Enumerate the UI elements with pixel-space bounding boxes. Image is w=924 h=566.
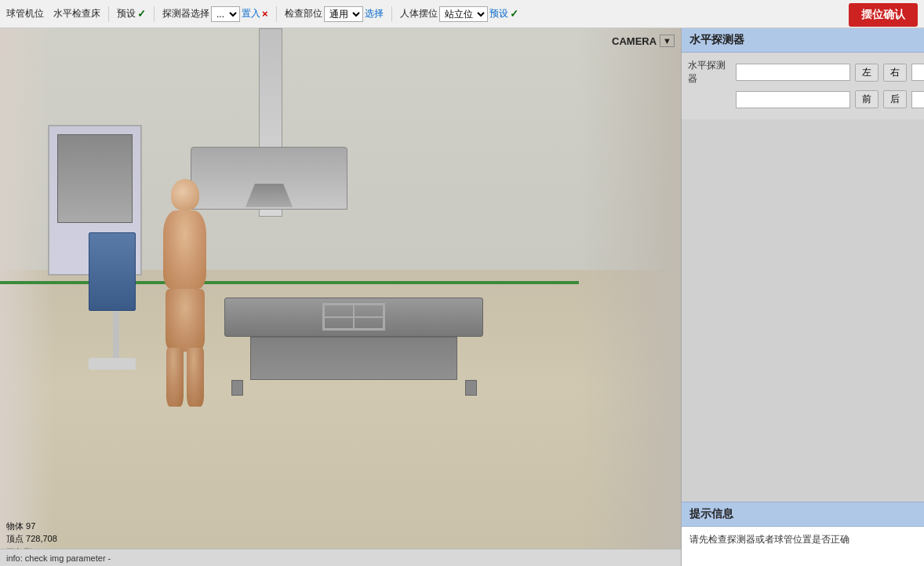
detector-cone xyxy=(246,184,293,207)
table-leg-right xyxy=(465,380,477,396)
table-legs xyxy=(231,380,477,396)
human-lower-torso xyxy=(166,289,205,352)
right-panel: 水平探测器 水平探测器 左 右 前 后 提示信息 请先检查探测器或者球管位置是否… xyxy=(681,28,924,566)
vertex-label: 顶点 xyxy=(6,534,24,543)
stand-base xyxy=(89,358,136,370)
main-layout: 成像参数 FOV(cm):--x-- SID(cm): -- 无 × xyxy=(0,28,924,566)
obj-stat: 物体 97 xyxy=(6,520,66,533)
preset2-check-btn[interactable]: ✓ xyxy=(510,8,518,20)
table-top xyxy=(224,298,483,337)
3d-viewport[interactable]: 成像参数 FOV(cm):--x-- SID(cm): -- 无 × xyxy=(0,28,681,566)
human-right-leg xyxy=(187,348,204,407)
sep3 xyxy=(276,6,277,22)
grid-cell-3 xyxy=(324,317,354,330)
green-baseboard xyxy=(0,281,579,284)
obj-label: 物体 xyxy=(6,521,24,531)
preset1-check-btn[interactable]: ✓ xyxy=(137,8,146,20)
grid-cell-2 xyxy=(354,305,384,317)
left-wall xyxy=(0,28,54,566)
sep1 xyxy=(108,6,109,22)
detector-panel-title: 水平探测器 xyxy=(682,28,924,53)
detector-label-text: 水平探测器 xyxy=(688,59,731,86)
table-type-item: 水平检查床 xyxy=(50,5,104,22)
table-type-label: 水平检查床 xyxy=(53,7,100,20)
human-legs xyxy=(166,348,204,407)
select-exam-btn[interactable]: 选择 xyxy=(365,7,384,20)
body-position-dropdown[interactable]: 站立位 xyxy=(439,6,488,22)
detector-back-btn[interactable]: 后 xyxy=(883,90,907,108)
insert-btn[interactable]: 置入 xyxy=(242,7,260,20)
detector-select-label: 探测器选择 xyxy=(162,7,209,20)
detector-left-btn[interactable]: 左 xyxy=(855,64,879,82)
scene-canvas: CAMERA ▼ 物体 97 顶点 728,708 三角形 242,906 in… xyxy=(0,28,681,566)
exam-part-dropdown[interactable]: 通用 xyxy=(324,6,363,22)
exam-part-label: 检查部位 xyxy=(285,7,322,20)
table-body xyxy=(250,337,457,380)
table-leg-left xyxy=(231,380,243,396)
clear-detector-btn[interactable]: × xyxy=(262,8,268,20)
info-bar: info: check img parameter - xyxy=(0,549,681,566)
detector-on-stand xyxy=(89,232,144,474)
wall-panel-screen xyxy=(57,134,133,223)
toolbar: 球管机位 水平检查床 预设 ✓ 探测器选择 ... 置入 × 检查部位 通用 选… xyxy=(0,0,924,28)
detector-lr-row: 水平探测器 左 右 xyxy=(688,59,918,86)
detector-controls: 水平探测器 左 右 前 后 xyxy=(682,53,924,119)
detector-input-field2[interactable] xyxy=(911,64,924,81)
human-figure xyxy=(150,179,220,475)
preset2-label: 预设 xyxy=(489,7,508,20)
sep2 xyxy=(154,6,155,22)
detector-right-btn[interactable]: 右 xyxy=(883,64,907,82)
human-head xyxy=(171,179,199,210)
human-torso xyxy=(163,210,206,289)
panel-spacer xyxy=(682,119,924,502)
camera-dropdown-btn[interactable]: ▼ xyxy=(660,35,675,47)
preset1-item: 预设 ✓ xyxy=(114,5,149,22)
detector-front-btn[interactable]: 前 xyxy=(855,90,879,108)
info-text: info: check img parameter - xyxy=(6,553,111,563)
confirm-position-btn[interactable]: 摆位确认 xyxy=(849,3,918,27)
grid-cell-1 xyxy=(324,305,354,317)
exam-table xyxy=(224,298,483,502)
vertex-count: 728,708 xyxy=(26,534,57,543)
body-position-item: 人体摆位 站立位 预设 ✓ xyxy=(397,5,522,24)
vertex-stat: 顶点 728,708 xyxy=(6,532,66,546)
tube-position-label: 球管机位 xyxy=(6,7,44,20)
right-wall xyxy=(579,28,681,566)
stand-pole xyxy=(113,311,119,358)
grid-cell-4 xyxy=(354,317,384,330)
body-position-label: 人体摆位 xyxy=(400,7,438,20)
detector-input-field[interactable] xyxy=(736,64,850,81)
hint-section: 提示信息 请先检查探测器或者球管位置是否正确 xyxy=(682,502,924,566)
detector-input-field3[interactable] xyxy=(736,91,850,108)
tube-position-item: 球管机位 xyxy=(3,5,47,22)
camera-label-area: CAMERA ▼ xyxy=(612,35,675,47)
detector-select-dropdown[interactable]: ... xyxy=(211,6,240,22)
exam-part-item: 检查部位 通用 选择 xyxy=(282,5,387,24)
camera-label: CAMERA xyxy=(612,35,657,47)
table-grid xyxy=(322,303,385,330)
detector-input-field4[interactable] xyxy=(911,91,924,108)
human-left-leg xyxy=(166,348,184,407)
obj-count: 97 xyxy=(26,521,35,531)
detector-panel xyxy=(89,232,136,311)
detector-select-item: 探测器选择 ... 置入 × xyxy=(159,5,271,24)
detector-fb-row: 前 后 xyxy=(688,90,918,108)
hint-title: 提示信息 xyxy=(682,502,924,527)
sep4 xyxy=(391,6,392,22)
preset1-label: 预设 xyxy=(117,7,136,20)
hint-content: 请先检查探测器或者球管位置是否正确 xyxy=(682,527,924,566)
